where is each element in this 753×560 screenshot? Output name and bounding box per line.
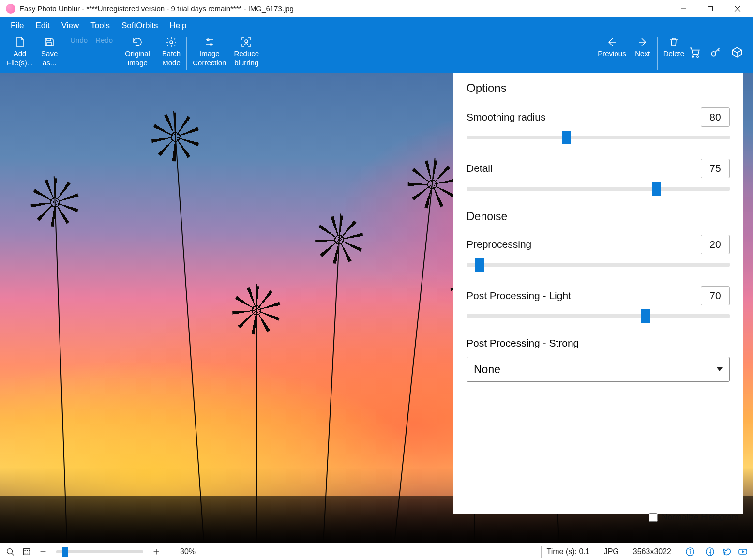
detail-slider[interactable] <box>467 187 730 191</box>
focus-icon <box>241 36 252 48</box>
denoise-heading: Denoise <box>467 210 730 223</box>
delete-button[interactable]: Delete <box>660 34 688 73</box>
svg-point-11 <box>245 40 248 43</box>
smoothing-label: Smoothing radius <box>467 111 545 123</box>
smoothing-option: Smoothing radius 80 <box>467 107 730 139</box>
menu-view[interactable]: View <box>56 19 85 32</box>
status-bar: 30% Time (s): 0.1 JPG 3563x3022 <box>0 543 753 560</box>
save-as-button[interactable]: Save as... <box>37 34 62 73</box>
title-bar: Easy Photo Unblur - ****Unregistered ver… <box>0 0 753 17</box>
add-files-button[interactable]: Add File(s)... <box>3 34 37 73</box>
save-icon <box>44 36 55 48</box>
poststrong-label: Post Processing - Strong <box>467 337 579 348</box>
undo-button[interactable]: Undo <box>66 34 91 73</box>
file-add-icon <box>14 36 26 48</box>
cart-icon[interactable] <box>688 46 701 61</box>
workspace: Options Smoothing radius 80 Detail 75 De… <box>0 73 753 543</box>
package-icon[interactable] <box>731 46 743 61</box>
svg-point-14 <box>711 52 716 56</box>
normalize-label: Normalize Histogram <box>662 513 738 522</box>
svg-rect-1 <box>708 6 713 11</box>
slider-thumb[interactable] <box>475 258 484 272</box>
postlight-value[interactable]: 70 <box>701 286 730 305</box>
batch-mode-button[interactable]: Batch Mode <box>158 34 184 73</box>
preprocessing-value[interactable]: 20 <box>701 235 730 254</box>
info-button[interactable] <box>680 546 700 558</box>
redo-button[interactable]: Redo <box>91 34 117 73</box>
slider-thumb[interactable] <box>562 131 571 144</box>
menu-edit[interactable]: Edit <box>30 19 55 32</box>
original-image-button[interactable]: Original Image <box>121 34 154 73</box>
youtube-icon[interactable] <box>737 545 749 558</box>
slider-thumb[interactable] <box>641 309 650 323</box>
postlight-option: Post Processing - Light 70 <box>467 286 730 318</box>
status-format: JPG <box>599 546 624 558</box>
svg-point-13 <box>697 56 698 57</box>
zoom-fit-button[interactable] <box>20 545 33 558</box>
app-icon <box>6 4 15 14</box>
preprocessing-option: Preprocessing 20 <box>467 235 730 267</box>
poststrong-select[interactable]: None <box>467 357 730 382</box>
smoothing-slider[interactable] <box>467 136 730 139</box>
preprocessing-slider[interactable] <box>467 263 730 267</box>
revert-icon <box>132 36 143 48</box>
svg-point-23 <box>690 549 691 550</box>
status-dims: 3563x3022 <box>628 546 676 558</box>
previous-button[interactable]: Previous <box>594 34 630 73</box>
poststrong-value: None <box>474 363 500 376</box>
detail-label: Detail <box>467 163 493 174</box>
menu-help[interactable]: Help <box>164 19 193 32</box>
chevron-down-icon <box>717 367 723 371</box>
zoom-actual-button[interactable] <box>4 545 16 558</box>
zoom-text: 30% <box>180 547 196 556</box>
svg-marker-26 <box>742 551 744 553</box>
window-title: Easy Photo Unblur - ****Unregistered ver… <box>19 4 294 13</box>
zoom-in-button[interactable] <box>150 545 163 558</box>
maximize-button[interactable] <box>697 0 724 17</box>
zoom-slider[interactable] <box>56 550 143 553</box>
smoothing-value[interactable]: 80 <box>701 107 730 127</box>
menu-tools[interactable]: Tools <box>85 19 116 32</box>
svg-point-6 <box>170 41 173 44</box>
svg-rect-4 <box>47 38 51 41</box>
menu-softorbits[interactable]: SoftOrbits <box>116 19 164 32</box>
detail-value[interactable]: 75 <box>701 159 730 178</box>
gear-icon <box>166 36 177 48</box>
minimize-button[interactable] <box>670 0 697 17</box>
zoom-thumb[interactable] <box>62 547 68 557</box>
svg-rect-17 <box>24 548 30 555</box>
status-time: Time (s): 0.1 <box>541 546 594 558</box>
image-correction-button[interactable]: Image Correction <box>189 34 230 73</box>
poststrong-option: Post Processing - Strong None <box>467 337 730 382</box>
next-button[interactable]: Next <box>630 34 655 73</box>
zoom-out-button[interactable] <box>37 545 49 558</box>
svg-point-12 <box>692 56 693 57</box>
key-icon[interactable] <box>709 46 722 61</box>
twitter-icon[interactable] <box>720 545 733 558</box>
svg-point-24 <box>706 548 714 556</box>
detail-option: Detail 75 <box>467 159 730 191</box>
normalize-checkbox[interactable] <box>649 513 658 522</box>
toolbar: Add File(s)... Save as... Undo Redo Orig… <box>0 34 753 73</box>
trash-icon <box>668 36 679 48</box>
arrow-right-icon <box>637 36 648 48</box>
options-panel: Options Smoothing radius 80 Detail 75 De… <box>453 73 743 514</box>
svg-line-16 <box>12 553 14 555</box>
close-button[interactable] <box>724 0 751 17</box>
svg-rect-5 <box>47 43 52 46</box>
facebook-icon[interactable] <box>704 545 716 558</box>
options-heading: Options <box>467 81 730 95</box>
normalize-row: Normalize Histogram <box>649 513 738 522</box>
reduce-blurring-button[interactable]: Reduce blurring <box>230 34 263 73</box>
slider-thumb[interactable] <box>652 182 661 196</box>
menu-file[interactable]: File <box>5 19 30 32</box>
arrow-left-icon <box>606 36 617 48</box>
postlight-slider[interactable] <box>467 314 730 318</box>
sliders-icon <box>204 36 215 48</box>
postlight-label: Post Processing - Light <box>467 290 571 302</box>
menu-bar: File Edit View Tools SoftOrbits Help <box>0 17 753 34</box>
svg-point-15 <box>7 548 13 554</box>
preprocessing-label: Preprocessing <box>467 239 531 250</box>
